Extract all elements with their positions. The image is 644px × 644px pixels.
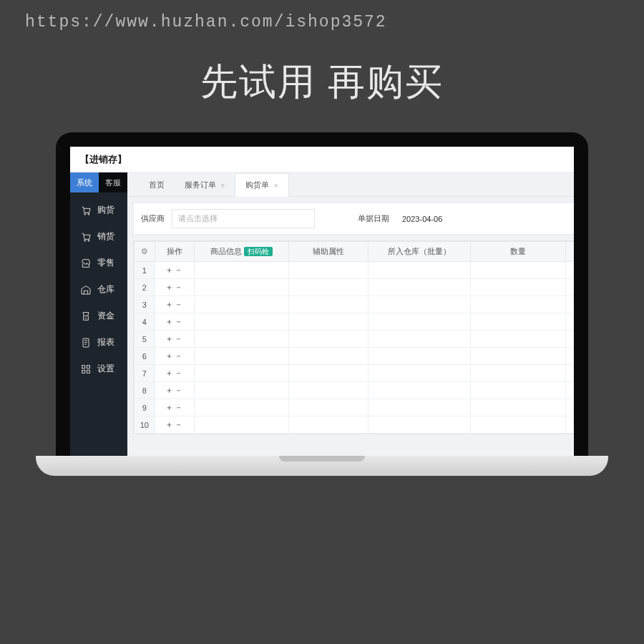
sidebar-tab-service[interactable]: 客服 [99,172,127,192]
plus-minus-icon[interactable]: ＋－ [165,317,184,326]
aux-attr-cell[interactable] [289,313,368,331]
data-table: 操作 商品信息扫码枪 辅助属性 所入仓库（批量） 数量 [133,240,574,434]
quantity-cell[interactable] [471,313,566,331]
table-row[interactable]: 9＋－ [135,399,574,416]
sidebar-item-reports[interactable]: 报表 [70,329,127,356]
row-operate-cell[interactable]: ＋－ [155,382,194,399]
aux-attr-cell[interactable] [289,262,368,279]
cart-icon [80,205,92,216]
table-row[interactable]: 1＋－ [135,262,574,279]
sidebar-item-label: 报表 [97,336,114,348]
product-info-cell[interactable] [194,331,289,348]
sidebar-item-retail[interactable]: 零售 [70,250,127,276]
product-info-cell[interactable] [194,416,289,434]
overflow-cell [565,382,573,399]
aux-attr-cell[interactable] [289,348,368,365]
quantity-cell[interactable] [471,382,566,399]
scan-badge[interactable]: 扫码枪 [244,247,273,256]
warehouse-cell[interactable] [368,296,471,313]
tab-home[interactable]: 首页 [139,174,175,196]
sidebar-item-sales[interactable]: 销货 [70,223,127,250]
tab-purchase-order[interactable]: 购货单 × [235,173,288,197]
warehouse-cell[interactable] [368,279,471,296]
table-row[interactable]: 2＋－ [135,279,574,296]
warehouse-cell[interactable] [368,262,471,279]
aux-attr-cell[interactable] [289,365,368,382]
aux-attr-cell[interactable] [289,399,368,416]
sidebar-item-warehouse[interactable]: 仓库 [70,276,127,303]
row-operate-cell[interactable]: ＋－ [155,331,194,348]
warehouse-cell[interactable] [368,399,471,416]
svg-rect-4 [83,338,89,347]
quantity-cell[interactable] [471,331,566,348]
row-operate-cell[interactable]: ＋－ [155,365,194,382]
warehouse-cell[interactable] [368,348,471,365]
quantity-cell[interactable] [471,348,566,365]
plus-minus-icon[interactable]: ＋－ [165,351,184,361]
aux-attr-cell[interactable] [289,382,368,399]
quantity-cell[interactable] [471,262,566,279]
table-row[interactable]: 8＋－ [135,382,574,399]
quantity-cell[interactable] [471,279,566,296]
warehouse-cell[interactable] [368,416,471,434]
product-info-cell[interactable] [194,262,289,279]
plus-minus-icon[interactable]: ＋－ [165,403,184,412]
product-info-cell[interactable] [194,399,289,416]
aux-attr-cell[interactable] [289,296,368,313]
aux-attr-cell[interactable] [289,279,368,296]
sidebar-item-purchase[interactable]: 购货 [70,197,127,223]
row-operate-cell[interactable]: ＋－ [155,262,194,279]
app-title-bar: 【进销存】 [70,147,574,172]
product-info-cell[interactable] [194,382,289,399]
gear-column-header[interactable] [135,242,155,262]
table-row[interactable]: 7＋－ [135,365,574,382]
aux-attr-cell[interactable] [289,331,368,348]
plus-minus-icon[interactable]: ＋－ [165,420,184,429]
warehouse-cell[interactable] [368,382,471,399]
plus-minus-icon[interactable]: ＋－ [165,369,184,378]
row-number: 2 [135,279,155,296]
table-row[interactable]: 6＋－ [135,348,574,365]
tab-service-order[interactable]: 服务订单 × [175,174,235,196]
warehouse-cell[interactable] [368,331,471,348]
date-input[interactable]: 2023-04-06 [396,211,475,227]
supplier-input[interactable]: 请点击选择 [172,209,315,228]
plus-minus-icon[interactable]: ＋－ [165,265,184,275]
laptop-bezel: 【进销存】 系统 客服 购货 销货 [56,132,588,456]
row-operate-cell[interactable]: ＋－ [155,399,194,416]
table-row[interactable]: 5＋－ [135,331,574,348]
table-row[interactable]: 10＋－ [135,416,574,434]
app-screen: 【进销存】 系统 客服 购货 销货 [70,147,574,456]
quantity-cell[interactable] [471,416,566,434]
sidebar-tab-system[interactable]: 系统 [70,172,99,192]
plus-minus-icon[interactable]: ＋－ [165,300,184,309]
product-info-cell[interactable] [194,313,289,331]
row-operate-cell[interactable]: ＋－ [155,296,194,313]
quantity-cell[interactable] [471,296,566,313]
overflow-cell [565,279,573,296]
row-number: 5 [135,331,155,348]
product-info-cell[interactable] [194,365,289,382]
close-icon[interactable]: × [220,181,225,190]
warehouse-cell[interactable] [368,313,471,331]
row-operate-cell[interactable]: ＋－ [155,313,194,331]
product-info-cell[interactable] [194,348,289,365]
quantity-cell[interactable] [471,365,566,382]
plus-minus-icon[interactable]: ＋－ [165,283,184,292]
row-operate-cell[interactable]: ＋－ [155,348,194,365]
row-operate-cell[interactable]: ＋－ [155,416,194,434]
plus-minus-icon[interactable]: ＋－ [165,386,184,395]
aux-attr-cell[interactable] [289,416,368,434]
sidebar-item-settings[interactable]: 设置 [70,356,127,382]
row-operate-cell[interactable]: ＋－ [155,279,194,296]
table-row[interactable]: 4＋－ [135,313,574,331]
plus-minus-icon[interactable]: ＋－ [165,334,184,343]
close-icon[interactable]: × [273,181,278,190]
sidebar-item-funds[interactable]: 资金 [70,303,127,329]
laptop-mockup: 【进销存】 系统 客服 购货 销货 [56,132,588,476]
warehouse-cell[interactable] [368,365,471,382]
product-info-cell[interactable] [194,279,289,296]
table-row[interactable]: 3＋－ [135,296,574,313]
quantity-cell[interactable] [471,399,566,416]
product-info-cell[interactable] [194,296,289,313]
